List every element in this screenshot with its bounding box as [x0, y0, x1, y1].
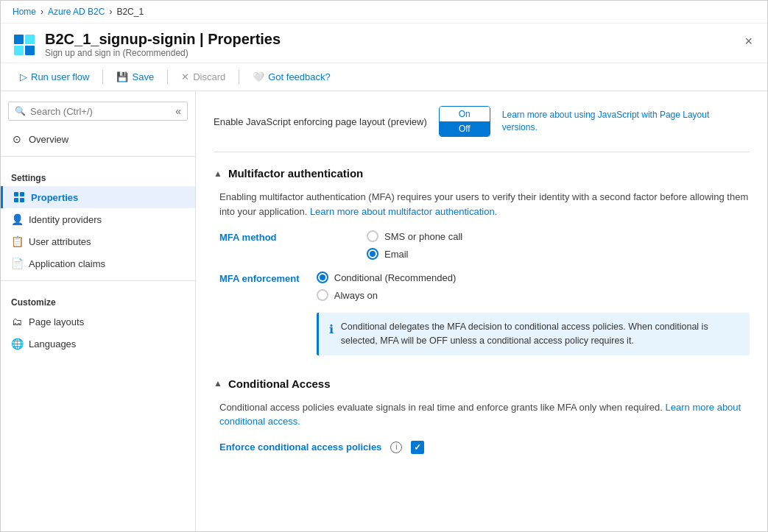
svg-rect-2	[14, 46, 24, 55]
sidebar-item-properties[interactable]: Properties	[1, 186, 195, 208]
sidebar-properties-label: Properties	[31, 192, 78, 203]
enforce-row: Enforce conditional access policies i	[219, 441, 750, 454]
mfa-section-title: Multifactor authentication	[228, 167, 363, 180]
js-toggle-row: Enable JavaScript enforcing page layout …	[214, 106, 750, 152]
sidebar-languages-label: Languages	[29, 338, 76, 350]
mfa-enforcement-row: MFA enforcement Conditional (Recommended…	[219, 272, 750, 355]
sidebar-item-identity-providers[interactable]: 👤 Identity providers	[1, 208, 195, 230]
claims-icon: 📄	[11, 258, 23, 269]
sidebar-item-page-layouts[interactable]: 🗂 Page layouts	[1, 311, 195, 333]
attributes-icon: 📋	[11, 235, 23, 247]
overview-icon: ⊙	[11, 133, 23, 145]
sidebar-item-application-claims[interactable]: 📄 Application claims	[1, 252, 195, 274]
mfa-method-options: SMS or phone call Email	[367, 230, 462, 260]
enforce-info-icon[interactable]: i	[390, 441, 402, 453]
toolbar-sep-2	[167, 70, 168, 85]
svg-rect-0	[14, 35, 24, 44]
page-header: B2C_1_signup-signin | Properties Sign up…	[1, 24, 767, 63]
toolbar-sep-3	[239, 70, 239, 85]
toggle-learn-more-link[interactable]: Learn more about using JavaScript with P…	[502, 109, 723, 134]
svg-rect-1	[25, 35, 35, 44]
js-toggle-label: Enable JavaScript enforcing page layout …	[214, 116, 427, 127]
sidebar-item-languages[interactable]: 🌐 Languages	[1, 333, 195, 355]
mfa-section: ▲ Multifactor authentication Enabling mu…	[214, 167, 750, 355]
mfa-section-header[interactable]: ▲ Multifactor authentication	[214, 167, 750, 180]
toggle-switch[interactable]: On Off	[439, 106, 490, 137]
enforce-label: Enforce conditional access policies	[219, 441, 381, 453]
svg-rect-4	[14, 192, 18, 196]
svg-rect-3	[25, 46, 35, 55]
discard-icon: ✕	[181, 71, 189, 82]
save-button[interactable]: 💾 Save	[109, 68, 161, 86]
identity-icon: 👤	[11, 213, 23, 225]
mfa-conditional-option[interactable]: Conditional (Recommended)	[317, 272, 750, 283]
toolbar: ▷ Run user flow 💾 Save ✕ Discard 🤍 Got f…	[1, 63, 767, 91]
svg-rect-7	[20, 198, 24, 202]
page-layouts-icon: 🗂	[11, 316, 23, 327]
mfa-conditional-radio[interactable]	[317, 272, 328, 283]
mfa-info-text: Conditional delegates the MFA decision t…	[341, 320, 739, 348]
breadcrumb: Home › Azure AD B2C › B2C_1	[1, 1, 767, 24]
mfa-enforcement-options: Conditional (Recommended) Always on ℹ Co…	[317, 272, 750, 355]
sidebar-item-user-attributes[interactable]: 📋 User attributes	[1, 230, 195, 252]
mfa-email-radio[interactable]	[367, 248, 378, 260]
info-icon: ℹ	[329, 321, 334, 348]
enforce-checkbox[interactable]	[411, 441, 424, 454]
sidebar-page-layouts-label: Page layouts	[29, 316, 84, 327]
mfa-chevron-icon: ▲	[214, 169, 222, 179]
feedback-button[interactable]: 🤍 Got feedback?	[245, 68, 338, 86]
mfa-email-option[interactable]: Email	[367, 248, 462, 260]
sidebar-identity-label: Identity providers	[29, 214, 102, 225]
sidebar-item-overview[interactable]: ⊙ Overview	[1, 128, 195, 150]
b2c-icon	[13, 33, 36, 57]
ca-section-header[interactable]: ▲ Conditional Access	[214, 377, 750, 390]
breadcrumb-current: B2C_1	[116, 7, 144, 17]
svg-rect-6	[14, 198, 18, 202]
mfa-method-label: MFA method	[219, 230, 352, 243]
toolbar-sep-1	[102, 70, 103, 85]
mfa-conditional-label: Conditional (Recommended)	[334, 272, 456, 283]
ca-chevron-icon: ▲	[214, 378, 222, 389]
toggle-on-option[interactable]: On	[440, 107, 490, 121]
sidebar-divider-1	[1, 156, 195, 157]
mfa-sms-option[interactable]: SMS or phone call	[367, 230, 462, 242]
save-icon: 💾	[116, 71, 128, 82]
sidebar-overview-label: Overview	[29, 134, 68, 145]
svg-rect-5	[20, 192, 24, 196]
page-subtitle: Sign up and sign in (Recommended)	[45, 48, 281, 58]
breadcrumb-azure[interactable]: Azure AD B2C	[48, 7, 105, 17]
ca-section-content: Conditional access policies evaluate sig…	[214, 400, 750, 454]
toggle-off-option[interactable]: Off	[440, 121, 490, 136]
discard-button[interactable]: ✕ Discard	[174, 68, 233, 86]
settings-section-label: Settings	[1, 163, 195, 186]
conditional-access-section: ▲ Conditional Access Conditional access …	[214, 377, 750, 454]
page-title: B2C_1_signup-signin | Properties	[45, 31, 281, 48]
run-flow-button[interactable]: ▷ Run user flow	[13, 68, 96, 86]
search-input[interactable]	[30, 106, 171, 117]
collapse-icon[interactable]: «	[175, 105, 181, 117]
mfa-section-content: Enabling multifactor authentication (MFA…	[214, 190, 750, 355]
mfa-info-box: ℹ Conditional delegates the MFA decision…	[317, 313, 750, 355]
properties-icon	[13, 191, 25, 203]
mfa-always-option[interactable]: Always on	[317, 289, 750, 301]
sidebar-claims-label: Application claims	[29, 258, 105, 269]
mfa-sms-radio[interactable]	[367, 230, 378, 242]
sidebar-attributes-label: User attributes	[29, 236, 91, 247]
mfa-description: Enabling multifactor authentication (MFA…	[219, 190, 750, 219]
languages-icon: 🌐	[11, 338, 23, 350]
mfa-email-label: Email	[384, 249, 409, 260]
breadcrumb-home[interactable]: Home	[13, 7, 36, 17]
close-button[interactable]: ×	[741, 31, 755, 52]
sidebar-divider-2	[1, 280, 195, 281]
ca-section-title: Conditional Access	[228, 377, 331, 390]
mfa-sms-label: SMS or phone call	[384, 231, 462, 242]
mfa-learn-more-link[interactable]: Learn more about multifactor authenticat…	[310, 206, 497, 217]
customize-section-label: Customize	[1, 287, 195, 311]
mfa-always-radio[interactable]	[317, 289, 328, 301]
ca-description: Conditional access policies evaluate sig…	[219, 400, 750, 429]
mfa-enforcement-label: MFA enforcement	[219, 272, 302, 284]
mfa-always-label: Always on	[334, 290, 378, 301]
run-icon: ▷	[20, 71, 27, 82]
sidebar: 🔍 « ⊙ Overview Settings Properties 👤 Ide…	[1, 91, 196, 531]
search-box[interactable]: 🔍 «	[8, 102, 188, 121]
